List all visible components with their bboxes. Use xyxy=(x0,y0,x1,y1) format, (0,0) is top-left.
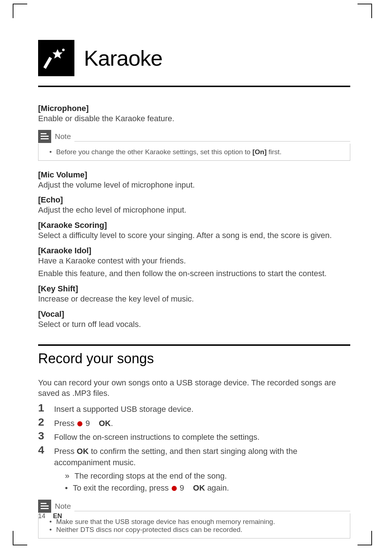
setting-title: [Vocal] xyxy=(38,310,350,319)
numbered-list: 1 Insert a supported USB storage device.… xyxy=(38,402,350,494)
setting-desc: Enable or disable the Karaoke feature. xyxy=(38,113,350,124)
setting-title: [Echo] xyxy=(38,195,350,205)
crop-mark xyxy=(358,531,372,545)
setting-desc: Enable this feature, and then follow the… xyxy=(38,268,350,279)
note-icon xyxy=(38,500,51,513)
sub-item-bullet: To exit the recording, press 9 OK again. xyxy=(65,482,350,494)
step-number: 2 xyxy=(38,417,54,427)
note-header: Note xyxy=(38,130,350,143)
step-text: Insert a supported USB storage device. xyxy=(54,402,350,415)
sub-list: The recording stops at the end of the so… xyxy=(65,470,350,494)
setting-desc: Adjust the volume level of microphone in… xyxy=(38,180,350,190)
setting-karaoke-scoring: [Karaoke Scoring] Select a difficulty le… xyxy=(38,221,350,241)
step-text: Press OK to confirm the setting, and the… xyxy=(54,444,350,494)
page-content: Karaoke [Microphone] Enable or disable t… xyxy=(0,0,392,549)
setting-vocal: [Vocal] Select or turn off lead vocals. xyxy=(38,310,350,330)
page-footer: 14 EN xyxy=(38,512,62,520)
page-number: 14 xyxy=(38,512,45,520)
setting-echo: [Echo] Adjust the echo level of micropho… xyxy=(38,195,350,216)
crop-mark xyxy=(358,4,372,18)
note-content: Make sure that the USB storage device ha… xyxy=(38,513,350,538)
step-2: 2 Press 9 OK. xyxy=(38,417,350,429)
chapter-header: Karaoke xyxy=(38,40,350,87)
setting-desc: Adjust the echo level of microphone inpu… xyxy=(38,205,350,216)
setting-mic-volume: [Mic Volume] Adjust the volume level of … xyxy=(38,170,350,190)
note-label: Note xyxy=(55,132,71,141)
setting-title: [Mic Volume] xyxy=(38,170,350,180)
note-item: Make sure that the USB storage device ha… xyxy=(49,518,343,526)
setting-title: [Microphone] xyxy=(38,104,350,113)
setting-karaoke-idol: [Karaoke Idol] Have a Karaoke contest wi… xyxy=(38,246,350,279)
setting-title: [Karaoke Idol] xyxy=(38,246,350,255)
section-intro: You can record your own songs onto a USB… xyxy=(38,377,350,399)
setting-title: [Key Shift] xyxy=(38,284,350,294)
setting-desc: Increase or decrease the key level of mu… xyxy=(38,294,350,304)
note-box-2: Note Make sure that the USB storage devi… xyxy=(38,500,350,538)
note-header: Note xyxy=(38,500,350,513)
note-item: Neither DTS discs nor copy-protected dis… xyxy=(49,526,343,534)
chapter-icon xyxy=(38,40,74,76)
svg-rect-1 xyxy=(44,57,52,69)
note-content: Before you change the other Karaoke sett… xyxy=(38,144,350,161)
crop-mark xyxy=(13,4,27,18)
section-title: Record your songs xyxy=(38,344,350,366)
setting-microphone: [Microphone] Enable or disable the Karao… xyxy=(38,104,350,124)
step-text: Press 9 OK. xyxy=(54,417,350,429)
note-icon xyxy=(38,130,51,143)
record-dot-icon xyxy=(172,486,177,491)
setting-desc: Have a Karaoke contest with your friends… xyxy=(38,255,350,266)
step-3: 3 Follow the on-screen instructions to c… xyxy=(38,430,350,443)
setting-title: [Karaoke Scoring] xyxy=(38,221,350,230)
step-number: 4 xyxy=(38,444,54,455)
note-box-1: Note Before you change the other Karaoke… xyxy=(38,130,350,161)
note-label: Note xyxy=(55,502,71,511)
record-dot-icon xyxy=(77,421,82,426)
step-4: 4 Press OK to confirm the setting, and t… xyxy=(38,444,350,494)
step-number: 1 xyxy=(38,402,54,413)
chapter-title: Karaoke xyxy=(84,46,162,71)
star-wand-icon xyxy=(44,45,69,71)
sub-item-result: The recording stops at the end of the so… xyxy=(65,470,350,482)
setting-key-shift: [Key Shift] Increase or decrease the key… xyxy=(38,284,350,304)
note-item: Before you change the other Karaoke sett… xyxy=(49,148,343,156)
step-1: 1 Insert a supported USB storage device. xyxy=(38,402,350,415)
step-number: 3 xyxy=(38,430,54,441)
crop-mark xyxy=(13,531,27,545)
svg-point-0 xyxy=(62,49,65,51)
step-text: Follow the on-screen instructions to com… xyxy=(54,430,350,443)
setting-desc: Select or turn off lead vocals. xyxy=(38,319,350,330)
setting-desc: Select a difficulty level to score your … xyxy=(38,230,350,241)
page-lang: EN xyxy=(53,512,62,520)
